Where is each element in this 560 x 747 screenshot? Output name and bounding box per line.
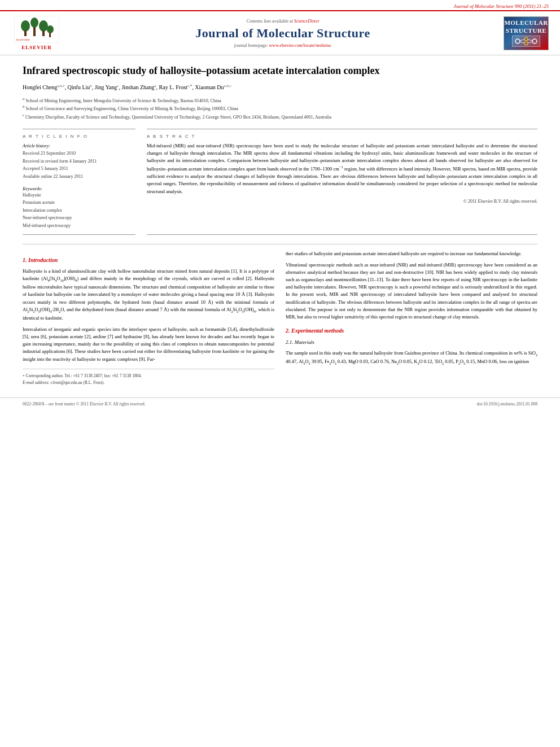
intro-para-1: Halloysite is a kind of aluminosilicate …: [23, 268, 274, 322]
svg-text:ELSEVIER: ELSEVIER: [16, 38, 30, 41]
keyword-3: Intercalation complex: [23, 207, 135, 215]
article-info-header: A R T I C L E I N F O: [23, 134, 135, 139]
affiliation-a: a School of Mining Engineering, Inner Mo…: [23, 96, 537, 104]
affiliation-c: c Chemistry Discipline, Faculty of Scien…: [23, 112, 537, 121]
svg-line-15: [528, 40, 533, 41]
authors-line: Hongfei Chenga,b,c, Qinfu Liub, Jing Yan…: [23, 83, 537, 92]
svg-point-13: [524, 42, 528, 45]
affiliations: a School of Mining Engineering, Inner Mo…: [23, 96, 537, 121]
intro-section-title: 1. Introduction: [23, 256, 274, 265]
article-info-column: A R T I C L E I N F O Article history: R…: [23, 129, 135, 235]
accepted-date: Accepted 5 January 2011: [23, 165, 135, 173]
body-left-column: 1. Introduction Halloysite is a kind of …: [23, 250, 274, 386]
intro-para-right-1: ther studies of halloysite and potassium…: [286, 250, 537, 257]
body-right-column: ther studies of halloysite and potassium…: [286, 250, 537, 386]
svg-rect-6: [33, 27, 36, 36]
svg-line-14: [519, 40, 524, 41]
svg-point-12: [532, 39, 537, 43]
copyright-notice: 0022-2860/$ – see front matter © 2011 El…: [23, 401, 146, 407]
footnote-corresponding: * Corresponding author. Tel.: +61 7 3138…: [23, 373, 274, 379]
article-title: Infrared spectroscopic study of halloysi…: [23, 64, 537, 77]
journal-homepage-link[interactable]: www.elsevier.com/locate/molstruc: [269, 43, 332, 48]
bottom-bar: 0022-2860/$ – see front matter © 2011 El…: [0, 397, 560, 410]
intro-para-2: Intercalation of inorganic and organic s…: [23, 326, 274, 363]
keywords-label: Keywords:: [23, 186, 135, 191]
svg-line-16: [519, 42, 524, 43]
footnotes: * Corresponding author. Tel.: +61 7 3138…: [23, 369, 274, 386]
received-date: Received 23 September 2010: [23, 150, 135, 158]
footnote-email: E-mail address: r.frost@qut.edu.au (R.L.…: [23, 379, 274, 386]
elsevier-logo-block: ELSEVIER ELSEVIER: [11, 16, 62, 50]
elsevier-label: ELSEVIER: [21, 45, 52, 50]
article-history: Article history: Received 23 September 2…: [23, 142, 135, 181]
svg-rect-8: [49, 33, 51, 37]
abstract-text: Mid-infrared (MIR) and near-infrared (NI…: [147, 142, 537, 195]
affiliation-b: b School of Geoscience and Surveying Eng…: [23, 104, 537, 112]
svg-point-11: [524, 37, 528, 41]
main-content: Infrared spectroscopic study of halloysi…: [0, 64, 560, 397]
keyword-2: Potassium acetate: [23, 199, 135, 207]
sciencedirect-link[interactable]: ScienceDirect: [294, 19, 320, 24]
journal-header: ELSEVIER ELSEVIER Contents lists availab…: [0, 10, 560, 55]
elsevier-logo-icon: ELSEVIER: [14, 16, 59, 43]
intro-para-right-2: Vibrational spectroscopic methods such a…: [286, 261, 537, 321]
journal-citation: Journal of Molecular Structure 990 (2011…: [453, 3, 549, 9]
materials-subsection-title: 2.1. Materials: [286, 339, 537, 347]
journal-homepage: journal homepage: www.elsevier.com/locat…: [69, 43, 497, 48]
doi: doi:10.1016/j.molstruc.2011.01.008: [477, 401, 537, 407]
svg-point-1: [21, 20, 30, 32]
journal-top-bar: Journal of Molecular Structure 990 (2011…: [0, 0, 560, 10]
available-date: Available online 22 January 2011: [23, 173, 135, 181]
keywords-section: Keywords: Halloysite Potassium acetate I…: [23, 186, 135, 230]
article-history-label: Article history:: [23, 142, 135, 150]
svg-point-4: [47, 25, 54, 33]
abstract-copyright: © 2011 Elsevier B.V. All rights reserved…: [147, 199, 537, 204]
svg-line-17: [528, 42, 533, 43]
abstract-column: A B S T R A C T Mid-infrared (MIR) and n…: [147, 129, 537, 235]
section-divider: [23, 244, 537, 244]
svg-point-10: [515, 39, 520, 43]
svg-rect-5: [24, 30, 27, 36]
article-info-abstract: A R T I C L E I N F O Article history: R…: [23, 129, 537, 235]
journal-title-header: Journal of Molecular Structure: [69, 26, 497, 41]
keyword-5: Mid-infrared spectroscopy: [23, 222, 135, 230]
exp-methods-title: 2. Experimental methods: [286, 326, 537, 335]
journal-header-center: Contents lists available at ScienceDirec…: [69, 19, 497, 48]
journal-logo-badge: MOLECULAR STRUCTURE: [504, 16, 549, 50]
keyword-1: Halloysite: [23, 191, 135, 199]
svg-rect-7: [42, 30, 45, 36]
keyword-4: Near-infrared spectroscopy: [23, 214, 135, 222]
revised-date: Received in revised form 4 January 2011: [23, 158, 135, 165]
svg-point-2: [30, 18, 38, 28]
two-col-body: 1. Introduction Halloysite is a kind of …: [23, 250, 537, 386]
materials-para: The sample used in this study was the na…: [286, 350, 537, 366]
abstract-header: A B S T R A C T: [147, 134, 537, 139]
svg-point-3: [39, 20, 48, 32]
sciencedirect-line: Contents lists available at ScienceDirec…: [69, 19, 497, 24]
